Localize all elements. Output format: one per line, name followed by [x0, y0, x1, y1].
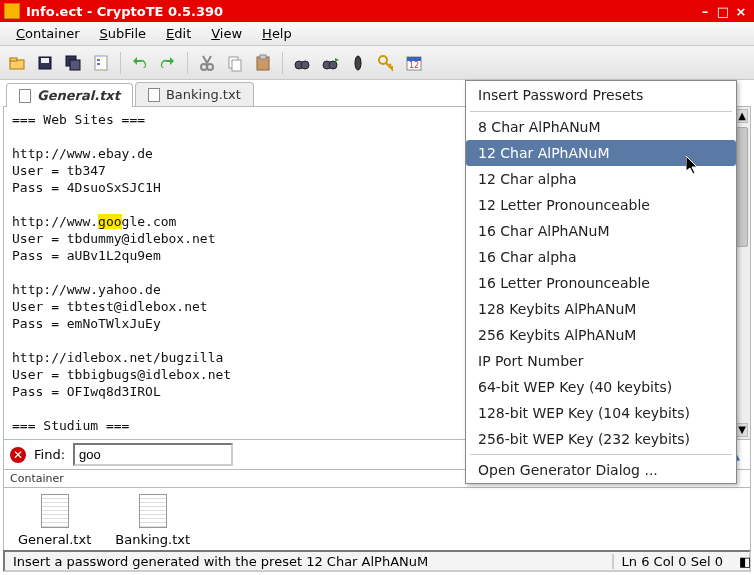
toolbar: 12	[0, 46, 754, 80]
svg-text:12: 12	[409, 61, 419, 70]
window-titlebar: Info.ect - CryptoTE 0.5.390 – □ ×	[0, 0, 754, 22]
svg-rect-1	[10, 58, 17, 61]
dropdown-item[interactable]: 16 Char alpha	[466, 244, 736, 270]
menu-container[interactable]: Container	[6, 22, 90, 45]
file-thumb-label: Banking.txt	[115, 532, 190, 547]
file-thumb-icon	[41, 494, 69, 528]
dropdown-item[interactable]: 128-bit WEP Key (104 keybits)	[466, 400, 736, 426]
svg-rect-12	[232, 60, 241, 71]
tab-general[interactable]: General.txt	[6, 83, 133, 107]
toolbar-separator	[282, 52, 283, 74]
svg-rect-5	[70, 60, 80, 70]
calendar-icon[interactable]: 12	[401, 50, 427, 76]
maximize-button[interactable]: □	[714, 4, 732, 19]
find-close-button[interactable]: ✕	[10, 447, 26, 463]
window-title: Info.ect - CryptoTE 0.5.390	[26, 4, 223, 19]
svg-rect-14	[260, 55, 266, 59]
dropdown-item[interactable]: 16 Char AlPhANuM	[466, 218, 736, 244]
key-icon[interactable]	[373, 50, 399, 76]
cut-icon[interactable]	[194, 50, 220, 76]
find-label: Find:	[34, 447, 65, 462]
binoculars-next-icon[interactable]	[317, 50, 343, 76]
status-position: Ln 6 Col 0 Sel 0	[614, 554, 731, 569]
dropdown-item[interactable]: 256-bit WEP Key (232 keybits)	[466, 426, 736, 452]
close-window-button[interactable]: ×	[732, 4, 750, 19]
svg-point-16	[301, 61, 309, 69]
menu-subfile[interactable]: SubFile	[90, 22, 157, 45]
dropdown-separator	[470, 454, 732, 455]
password-presets-menu: Insert Password Presets 8 Char AlPhANuM1…	[465, 80, 737, 484]
scroll-up-icon[interactable]: ▲	[736, 109, 748, 123]
menu-edit[interactable]: Edit	[156, 22, 201, 45]
paste-icon[interactable]	[250, 50, 276, 76]
usb-icon[interactable]	[345, 50, 371, 76]
dropdown-open-generator[interactable]: Open Generator Dialog ...	[466, 457, 736, 483]
file-thumb-label: General.txt	[18, 532, 91, 547]
svg-rect-8	[97, 63, 100, 65]
file-icon	[148, 88, 160, 102]
menu-view[interactable]: View	[201, 22, 252, 45]
redo-icon[interactable]	[155, 50, 181, 76]
svg-point-10	[207, 64, 213, 70]
statusbar: Insert a password generated with the pre…	[3, 550, 751, 572]
svg-rect-3	[41, 58, 49, 63]
mouse-cursor	[686, 156, 700, 176]
status-corner-icon: ◧	[731, 554, 749, 569]
dropdown-item[interactable]: 64-bit WEP Key (40 keybits)	[466, 374, 736, 400]
dropdown-item[interactable]: 256 Keybits AlPhANuM	[466, 322, 736, 348]
toolbar-separator	[187, 52, 188, 74]
file-thumb-icon	[139, 494, 167, 528]
dropdown-item[interactable]: 12 Letter Pronounceable	[466, 192, 736, 218]
dropdown-title: Insert Password Presets	[466, 81, 736, 109]
svg-point-19	[355, 56, 361, 70]
tab-label: General.txt	[37, 88, 120, 103]
svg-point-18	[329, 61, 337, 69]
container-panel: General.txt Banking.txt	[3, 488, 751, 554]
container-file-banking[interactable]: Banking.txt	[115, 494, 190, 547]
tab-label: Banking.txt	[166, 87, 241, 102]
minimize-button[interactable]: –	[696, 4, 714, 19]
svg-point-20	[379, 56, 387, 64]
scroll-thumb[interactable]	[736, 127, 748, 247]
save-icon[interactable]	[32, 50, 58, 76]
toolbar-separator	[120, 52, 121, 74]
dropdown-item[interactable]: 128 Keybits AlPhANuM	[466, 296, 736, 322]
dropdown-item[interactable]: 16 Letter Pronounceable	[466, 270, 736, 296]
save-all-icon[interactable]	[60, 50, 86, 76]
dropdown-separator	[470, 111, 732, 112]
menubar: Container SubFile Edit View Help	[0, 22, 754, 46]
svg-rect-6	[95, 56, 107, 70]
dropdown-item[interactable]: 8 Char AlPhANuM	[466, 114, 736, 140]
properties-icon[interactable]	[88, 50, 114, 76]
scroll-down-icon[interactable]: ▼	[736, 423, 748, 437]
find-input[interactable]	[73, 443, 233, 466]
menu-help[interactable]: Help	[252, 22, 302, 45]
undo-icon[interactable]	[127, 50, 153, 76]
open-container-icon[interactable]	[4, 50, 30, 76]
tab-banking[interactable]: Banking.txt	[135, 82, 254, 106]
file-icon	[19, 89, 31, 103]
binoculars-icon[interactable]	[289, 50, 315, 76]
app-icon	[4, 3, 20, 19]
dropdown-item[interactable]: IP Port Number	[466, 348, 736, 374]
svg-rect-7	[97, 59, 100, 61]
copy-icon[interactable]	[222, 50, 248, 76]
container-file-general[interactable]: General.txt	[18, 494, 91, 547]
status-message: Insert a password generated with the pre…	[5, 554, 614, 569]
